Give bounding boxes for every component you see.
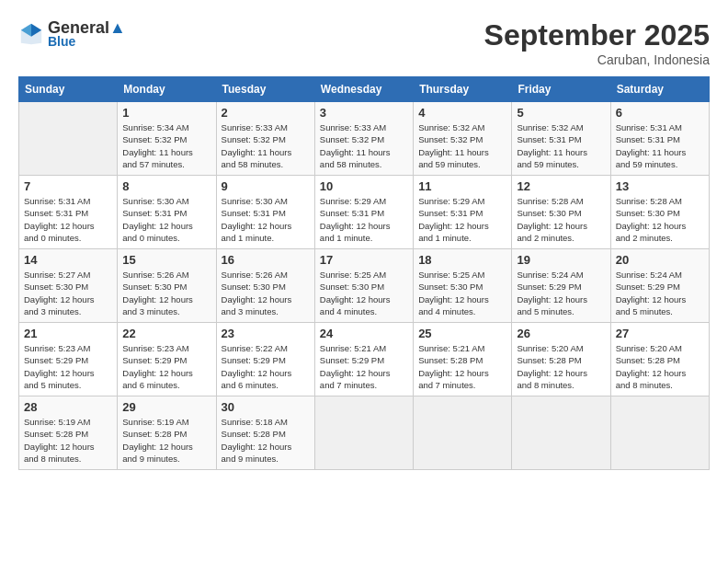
day-info: Sunrise: 5:22 AM Sunset: 5:29 PM Dayligh…: [222, 342, 310, 391]
calendar-cell: 26Sunrise: 5:20 AM Sunset: 5:28 PM Dayli…: [512, 323, 610, 396]
col-header-thursday: Thursday: [414, 77, 512, 102]
calendar-cell: 25Sunrise: 5:21 AM Sunset: 5:28 PM Dayli…: [414, 323, 512, 396]
day-number: 12: [517, 179, 605, 193]
calendar-table: SundayMondayTuesdayWednesdayThursdayFrid…: [18, 76, 710, 470]
logo-text: General▲ Blue: [48, 18, 126, 49]
week-row-3: 14Sunrise: 5:27 AM Sunset: 5:30 PM Dayli…: [19, 249, 710, 323]
calendar-cell: 9Sunrise: 5:30 AM Sunset: 5:31 PM Daylig…: [216, 176, 314, 249]
calendar-cell: 23Sunrise: 5:22 AM Sunset: 5:29 PM Dayli…: [216, 323, 314, 396]
calendar-cell: 14Sunrise: 5:27 AM Sunset: 5:30 PM Dayli…: [19, 249, 118, 323]
calendar-cell: 22Sunrise: 5:23 AM Sunset: 5:29 PM Dayli…: [118, 323, 216, 396]
calendar-cell: 27Sunrise: 5:20 AM Sunset: 5:28 PM Dayli…: [610, 323, 709, 396]
day-info: Sunrise: 5:29 AM Sunset: 5:31 PM Dayligh…: [320, 195, 408, 244]
day-number: 27: [616, 327, 704, 340]
calendar-cell: [19, 102, 118, 176]
calendar-cell: 1Sunrise: 5:34 AM Sunset: 5:32 PM Daylig…: [118, 102, 216, 176]
calendar-cell: 11Sunrise: 5:29 AM Sunset: 5:31 PM Dayli…: [414, 176, 512, 249]
calendar-cell: 18Sunrise: 5:25 AM Sunset: 5:30 PM Dayli…: [414, 249, 512, 323]
calendar-cell: 17Sunrise: 5:25 AM Sunset: 5:30 PM Dayli…: [314, 249, 413, 323]
calendar-cell: 10Sunrise: 5:29 AM Sunset: 5:31 PM Dayli…: [314, 176, 413, 249]
title-block: September 2025 Caruban, Indonesia: [484, 18, 710, 67]
day-info: Sunrise: 5:20 AM Sunset: 5:28 PM Dayligh…: [616, 342, 704, 391]
day-number: 26: [517, 327, 605, 340]
calendar-cell: 29Sunrise: 5:19 AM Sunset: 5:28 PM Dayli…: [118, 396, 216, 470]
day-info: Sunrise: 5:30 AM Sunset: 5:31 PM Dayligh…: [122, 195, 210, 244]
day-number: 13: [616, 179, 704, 193]
day-info: Sunrise: 5:33 AM Sunset: 5:32 PM Dayligh…: [320, 121, 408, 170]
day-info: Sunrise: 5:19 AM Sunset: 5:28 PM Dayligh…: [122, 416, 210, 465]
calendar-cell: 20Sunrise: 5:24 AM Sunset: 5:29 PM Dayli…: [610, 249, 709, 323]
day-info: Sunrise: 5:32 AM Sunset: 5:31 PM Dayligh…: [517, 121, 605, 170]
day-number: 22: [122, 327, 210, 340]
day-number: 9: [222, 179, 310, 193]
calendar-cell: 5Sunrise: 5:32 AM Sunset: 5:31 PM Daylig…: [512, 102, 610, 176]
day-number: 16: [222, 253, 310, 267]
calendar-cell: [414, 396, 512, 470]
day-number: 2: [222, 106, 310, 120]
day-info: Sunrise: 5:19 AM Sunset: 5:28 PM Dayligh…: [24, 416, 112, 465]
day-info: Sunrise: 5:24 AM Sunset: 5:29 PM Dayligh…: [616, 269, 704, 317]
logo: General▲ Blue: [18, 18, 126, 49]
day-info: Sunrise: 5:21 AM Sunset: 5:28 PM Dayligh…: [418, 342, 506, 391]
day-number: 6: [616, 106, 704, 120]
day-info: Sunrise: 5:28 AM Sunset: 5:30 PM Dayligh…: [517, 195, 605, 244]
week-row-1: 1Sunrise: 5:34 AM Sunset: 5:32 PM Daylig…: [19, 102, 710, 176]
day-number: 1: [122, 106, 210, 120]
week-row-4: 21Sunrise: 5:23 AM Sunset: 5:29 PM Dayli…: [19, 323, 710, 396]
day-number: 30: [222, 400, 310, 414]
calendar-cell: 8Sunrise: 5:30 AM Sunset: 5:31 PM Daylig…: [118, 176, 216, 249]
week-row-2: 7Sunrise: 5:31 AM Sunset: 5:31 PM Daylig…: [19, 176, 710, 249]
calendar-cell: 12Sunrise: 5:28 AM Sunset: 5:30 PM Dayli…: [512, 176, 610, 249]
day-number: 19: [517, 253, 605, 267]
day-number: 7: [24, 179, 112, 193]
calendar-cell: [314, 396, 413, 470]
day-info: Sunrise: 5:34 AM Sunset: 5:32 PM Dayligh…: [122, 121, 210, 170]
calendar-cell: [610, 396, 709, 470]
calendar-cell: 4Sunrise: 5:32 AM Sunset: 5:32 PM Daylig…: [414, 102, 512, 176]
day-info: Sunrise: 5:21 AM Sunset: 5:29 PM Dayligh…: [320, 342, 408, 391]
col-header-wednesday: Wednesday: [314, 77, 413, 102]
calendar-cell: 30Sunrise: 5:18 AM Sunset: 5:28 PM Dayli…: [216, 396, 314, 470]
calendar-cell: 16Sunrise: 5:26 AM Sunset: 5:30 PM Dayli…: [216, 249, 314, 323]
day-number: 25: [418, 327, 506, 340]
calendar-cell: 15Sunrise: 5:26 AM Sunset: 5:30 PM Dayli…: [118, 249, 216, 323]
calendar-cell: 7Sunrise: 5:31 AM Sunset: 5:31 PM Daylig…: [19, 176, 118, 249]
day-info: Sunrise: 5:23 AM Sunset: 5:29 PM Dayligh…: [122, 342, 210, 391]
day-info: Sunrise: 5:26 AM Sunset: 5:30 PM Dayligh…: [222, 269, 310, 317]
day-info: Sunrise: 5:32 AM Sunset: 5:32 PM Dayligh…: [418, 121, 506, 170]
day-info: Sunrise: 5:31 AM Sunset: 5:31 PM Dayligh…: [616, 121, 704, 170]
day-info: Sunrise: 5:29 AM Sunset: 5:31 PM Dayligh…: [418, 195, 506, 244]
day-info: Sunrise: 5:25 AM Sunset: 5:30 PM Dayligh…: [320, 269, 408, 317]
day-info: Sunrise: 5:24 AM Sunset: 5:29 PM Dayligh…: [517, 269, 605, 317]
day-number: 28: [24, 400, 112, 414]
day-number: 14: [24, 253, 112, 267]
day-number: 5: [517, 106, 605, 120]
calendar-cell: 6Sunrise: 5:31 AM Sunset: 5:31 PM Daylig…: [610, 102, 709, 176]
day-info: Sunrise: 5:23 AM Sunset: 5:29 PM Dayligh…: [24, 342, 112, 391]
day-info: Sunrise: 5:33 AM Sunset: 5:32 PM Dayligh…: [222, 121, 310, 170]
day-info: Sunrise: 5:28 AM Sunset: 5:30 PM Dayligh…: [616, 195, 704, 244]
day-info: Sunrise: 5:25 AM Sunset: 5:30 PM Dayligh…: [418, 269, 506, 317]
day-info: Sunrise: 5:26 AM Sunset: 5:30 PM Dayligh…: [122, 269, 210, 317]
day-number: 29: [122, 400, 210, 414]
calendar-cell: [512, 396, 610, 470]
day-info: Sunrise: 5:31 AM Sunset: 5:31 PM Dayligh…: [24, 195, 112, 244]
col-header-monday: Monday: [118, 77, 216, 102]
col-header-saturday: Saturday: [610, 77, 709, 102]
day-number: 15: [122, 253, 210, 267]
day-info: Sunrise: 5:20 AM Sunset: 5:28 PM Dayligh…: [517, 342, 605, 391]
day-number: 20: [616, 253, 704, 267]
col-header-sunday: Sunday: [19, 77, 118, 102]
calendar-cell: 24Sunrise: 5:21 AM Sunset: 5:29 PM Dayli…: [314, 323, 413, 396]
calendar-cell: 13Sunrise: 5:28 AM Sunset: 5:30 PM Dayli…: [610, 176, 709, 249]
week-row-5: 28Sunrise: 5:19 AM Sunset: 5:28 PM Dayli…: [19, 396, 710, 470]
col-header-tuesday: Tuesday: [216, 77, 314, 102]
col-header-friday: Friday: [512, 77, 610, 102]
day-number: 24: [320, 327, 408, 340]
calendar-cell: 3Sunrise: 5:33 AM Sunset: 5:32 PM Daylig…: [314, 102, 413, 176]
day-number: 8: [122, 179, 210, 193]
location-subtitle: Caruban, Indonesia: [484, 52, 710, 67]
day-number: 10: [320, 179, 408, 193]
day-number: 4: [418, 106, 506, 120]
day-number: 18: [418, 253, 506, 267]
